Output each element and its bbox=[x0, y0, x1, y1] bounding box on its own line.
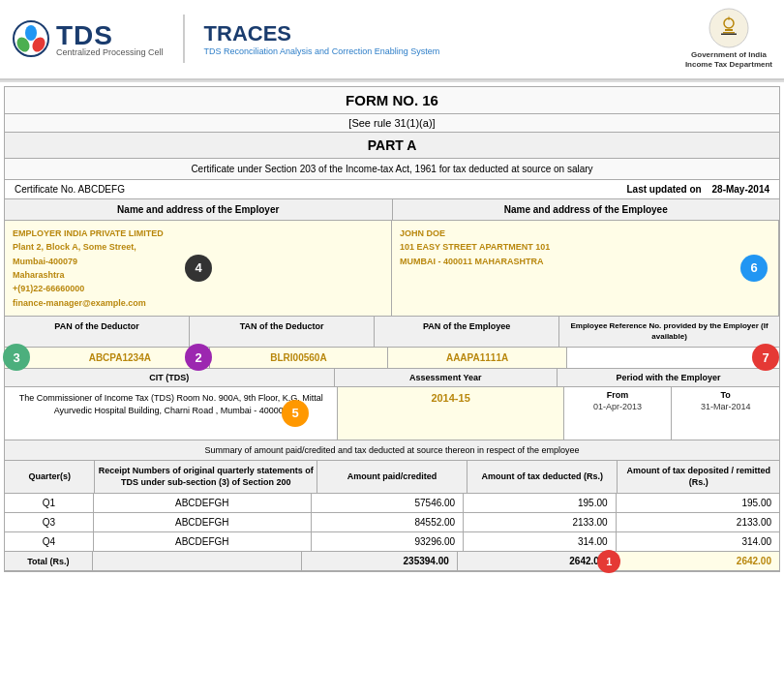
cell-quarter: Q1 bbox=[5, 494, 94, 512]
tds-subtitle: Centralized Processing Cell bbox=[56, 47, 164, 57]
emp-ref-header: Employee Reference No. provided by the E… bbox=[559, 317, 779, 347]
total-receipt-blank bbox=[93, 552, 302, 570]
badge-3: 3 bbox=[3, 344, 30, 371]
emp-ref-val bbox=[567, 348, 779, 368]
pan-tan-data-row: 3 ABCPA1234A 2 BLRI00560A AAAPA1111A 7 bbox=[5, 348, 779, 369]
period-from: From 01-Apr-2013 bbox=[564, 387, 673, 440]
govt-text: Government of India Income Tax Departmen… bbox=[685, 50, 772, 71]
header-left: TDS Centralized Processing Cell TRACES T… bbox=[12, 15, 439, 63]
period-val: From 01-Apr-2013 To 31-Mar-2014 bbox=[564, 387, 779, 440]
header-divider bbox=[183, 15, 185, 63]
table-row: Q4 ABCDEFGH 93296.00 314.00 314.00 bbox=[5, 532, 779, 552]
employer-employee-header: Name and address of the Employer Name an… bbox=[5, 199, 779, 221]
total-deposited: 2642.00 1 bbox=[613, 552, 779, 570]
badge-7: 7 bbox=[752, 344, 779, 371]
svg-point-1 bbox=[25, 25, 37, 41]
pan-tan-header-row: PAN of the Deductor TAN of the Deductor … bbox=[5, 317, 779, 348]
form-title: FORM NO. 16 bbox=[5, 87, 779, 114]
badge-6: 6 bbox=[740, 255, 768, 282]
employee-col-header: Name and address of the Employee bbox=[393, 199, 780, 220]
header: TDS Centralized Processing Cell TRACES T… bbox=[0, 0, 784, 80]
cert-no: Certificate No. ABCDEFG bbox=[15, 184, 623, 195]
cell-deducted: 195.00 bbox=[464, 494, 616, 512]
part-a-label: PART A bbox=[5, 133, 779, 159]
traces-block: TRACES TDS Reconciliation Analysis and C… bbox=[204, 21, 440, 56]
form-container: FORM NO. 16 [See rule 31(1)(a)] PART A C… bbox=[4, 86, 780, 573]
badge-4: 4 bbox=[185, 255, 212, 282]
assessment-header: Assessment Year bbox=[335, 369, 558, 386]
cell-amount: 57546.00 bbox=[312, 494, 464, 512]
cell-deposited: 314.00 bbox=[617, 532, 779, 551]
cit-header: CIT (TDS) bbox=[5, 369, 335, 386]
cell-quarter: Q3 bbox=[5, 513, 94, 531]
table-rows: Q1 ABCDEFGH 57546.00 195.00 195.00 Q3 AB… bbox=[5, 494, 779, 552]
cell-receipt: ABCDEFGH bbox=[94, 494, 312, 512]
header-right: Government of India Income Tax Departmen… bbox=[685, 8, 772, 71]
table-row: Q1 ABCDEFGH 57546.00 195.00 195.00 bbox=[5, 494, 779, 513]
svg-rect-9 bbox=[721, 34, 737, 36]
cell-amount: 93296.00 bbox=[312, 532, 464, 551]
cell-quarter: Q4 bbox=[5, 532, 94, 551]
employer-employee-data: EMPLOYER INDIA PRIVATE LIMITED Plant 2, … bbox=[5, 221, 779, 317]
cell-receipt: ABCDEFGH bbox=[94, 513, 312, 531]
traces-title: TRACES bbox=[204, 21, 440, 46]
cert-no-row: Certificate No. ABCDEFG Last updated on … bbox=[5, 180, 779, 199]
tan-deductor-header: TAN of the Deductor bbox=[190, 317, 375, 347]
col-deposited-header: Amount of tax deposited / remitted (Rs.) bbox=[618, 461, 779, 493]
tds-brand: TDS Centralized Processing Cell bbox=[56, 20, 164, 57]
tan-deductor-val: BLRI00560A bbox=[210, 348, 389, 368]
total-deducted: 2642.00 bbox=[458, 552, 614, 570]
badge-5: 5 bbox=[282, 400, 309, 427]
total-label: Total (Rs.) bbox=[5, 552, 93, 570]
badge-2: 2 bbox=[185, 344, 212, 371]
cell-deducted: 314.00 bbox=[464, 532, 616, 551]
tds-logo-icon bbox=[12, 19, 50, 58]
traces-desc: TDS Reconciliation Analysis and Correcti… bbox=[204, 46, 440, 56]
col-deducted-header: Amount of tax deducted (Rs.) bbox=[467, 461, 618, 493]
total-row: Total (Rs.) 235394.00 2642.00 2642.00 1 bbox=[5, 552, 779, 571]
svg-rect-7 bbox=[723, 32, 735, 34]
cell-deposited: 2133.00 bbox=[617, 513, 779, 531]
certificate-desc: Certificate under Section 203 of the Inc… bbox=[5, 159, 779, 180]
pan-employee-val: AAAPA1111A bbox=[388, 348, 567, 368]
form-subtitle: [See rule 31(1)(a)] bbox=[5, 114, 779, 133]
cell-receipt: ABCDEFGH bbox=[94, 532, 312, 551]
cell-amount: 84552.00 bbox=[312, 513, 464, 531]
table-header: Quarter(s) Receipt Numbers of original q… bbox=[5, 461, 779, 494]
cell-deposited: 195.00 bbox=[617, 494, 779, 512]
pan-deductor-header: PAN of the Deductor bbox=[5, 317, 190, 347]
table-row: Q3 ABCDEFGH 84552.00 2133.00 2133.00 bbox=[5, 513, 779, 532]
last-updated: Last updated on 28-May-2014 bbox=[623, 184, 770, 195]
assessment-val: 2014-15 bbox=[338, 387, 563, 440]
tds-logo: TDS Centralized Processing Cell bbox=[12, 19, 164, 58]
svg-rect-6 bbox=[725, 29, 733, 31]
total-amount: 235394.00 bbox=[302, 552, 458, 570]
cit-data-row: The Commissioner of Income Tax (TDS) Roo… bbox=[5, 387, 779, 440]
period-to: To 31-Mar-2014 bbox=[672, 387, 779, 440]
employee-data: JOHN DOE 101 EASY STREET APARTMENT 101 M… bbox=[392, 221, 779, 316]
govt-emblem-icon bbox=[709, 8, 749, 48]
cell-deducted: 2133.00 bbox=[464, 513, 616, 531]
pan-employee-header: PAN of the Employee bbox=[375, 317, 559, 347]
col-receipt-header: Receipt Numbers of original quarterly st… bbox=[95, 461, 317, 493]
summary-header: Summary of amount paid/credited and tax … bbox=[5, 440, 779, 461]
col-amount-header: Amount paid/credited bbox=[317, 461, 467, 493]
employer-col-header: Name and address of the Employer bbox=[5, 199, 393, 220]
col-quarter-header: Quarter(s) bbox=[5, 461, 95, 493]
period-header: Period with the Employer bbox=[558, 369, 779, 386]
cit-header-row: CIT (TDS) Assessment Year Period with th… bbox=[5, 369, 779, 387]
badge-1: 1 bbox=[597, 550, 620, 573]
pan-deductor-val: ABCPA1234A bbox=[5, 348, 210, 368]
